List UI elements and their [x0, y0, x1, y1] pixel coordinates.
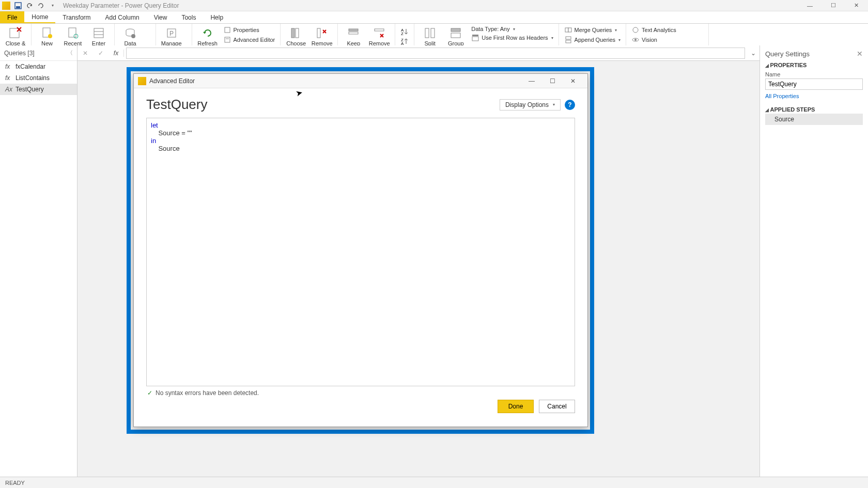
code-keyword-let: let	[151, 121, 158, 129]
sort-asc-button[interactable]: AZ	[398, 27, 411, 36]
fx-commit-icon[interactable]: ✓	[93, 50, 109, 57]
queries-panel: Queries [3] 〈 fx fxCalendar fx ListConta…	[0, 45, 78, 477]
chevron-down-icon: ▾	[553, 102, 555, 107]
help-icon[interactable]: ?	[565, 100, 575, 110]
all-properties-link[interactable]: All Properties	[765, 93, 863, 99]
display-options-button[interactable]: Display Options ▾	[500, 99, 561, 111]
advanced-editor-button[interactable]: Advanced Editor	[221, 35, 277, 44]
svg-rect-28	[425, 28, 429, 38]
dialog-titlebar[interactable]: Advanced Editor — ☐ ✕ ➤	[134, 74, 587, 88]
undo-icon[interactable]	[24, 1, 35, 11]
close-apply-icon	[7, 26, 24, 40]
dialog-close-button[interactable]: ✕	[563, 74, 583, 88]
svg-rect-29	[431, 28, 435, 38]
svg-rect-19	[296, 28, 299, 38]
fx-icon[interactable]: fx	[109, 50, 124, 57]
new-source-icon	[39, 26, 55, 40]
code-line-source-assign: Source = ""	[151, 129, 192, 137]
syntax-status-text: No syntax errors have been detected.	[156, 389, 259, 397]
settings-title: Query Settings	[765, 50, 810, 58]
code-editor[interactable]: let Source = "" in Source	[146, 118, 575, 386]
qat-dropdown-icon[interactable]: ▾	[47, 1, 58, 11]
query-settings-panel: Query Settings ✕ PROPERTIES Name All Pro…	[760, 45, 868, 477]
tab-add-column[interactable]: Add Column	[98, 11, 147, 23]
dialog-minimize-button[interactable]: —	[521, 74, 542, 88]
query-label: ListContains	[16, 74, 50, 82]
status-bar: READY	[0, 477, 868, 488]
collapse-queries-icon[interactable]: 〈	[67, 49, 73, 57]
text-analytics-button[interactable]: Text Analytics	[629, 25, 705, 35]
tab-file[interactable]: File	[0, 11, 24, 23]
editor-canvas: Advanced Editor — ☐ ✕ ➤ TestQuery Displa…	[78, 61, 760, 477]
redo-icon[interactable]	[35, 1, 47, 11]
keep-rows-icon	[345, 26, 362, 40]
choose-columns-icon	[288, 26, 304, 40]
step-source[interactable]: Source	[765, 114, 863, 125]
text-analytics-icon	[631, 26, 640, 34]
queries-header-label: Queries [3]	[4, 50, 35, 57]
formula-input[interactable]	[126, 48, 745, 59]
query-item-listcontains[interactable]: fx ListContains	[0, 72, 77, 84]
svg-rect-7	[94, 28, 103, 38]
properties-section-header[interactable]: PROPERTIES	[765, 62, 863, 68]
merge-icon	[564, 26, 572, 34]
data-type-button[interactable]: Data Type: Any▾	[469, 25, 555, 33]
svg-rect-30	[451, 28, 460, 32]
query-item-fxcalendar[interactable]: fx fxCalendar	[0, 61, 77, 72]
query-label: fxCalendar	[16, 63, 45, 70]
tab-help[interactable]: Help	[203, 11, 230, 23]
remove-columns-icon	[314, 26, 330, 40]
tab-view[interactable]: View	[147, 11, 175, 23]
merge-label: Merge Queries	[575, 27, 612, 33]
window-title: Weekday Parameter - Power Query Editor	[63, 2, 179, 9]
close-window-button[interactable]: ✕	[845, 0, 868, 11]
fx-cancel-icon[interactable]: ✕	[78, 50, 93, 57]
formula-expand-icon[interactable]: ⌄	[747, 50, 760, 57]
append-queries-button[interactable]: Append Queries▾	[562, 35, 623, 44]
vision-icon	[631, 36, 640, 44]
app-icon	[2, 2, 10, 10]
first-row-headers-button[interactable]: Use First Row as Headers▾	[469, 33, 555, 42]
maximize-button[interactable]: ☐	[822, 0, 845, 11]
properties-button[interactable]: Properties	[221, 25, 277, 35]
done-button[interactable]: Done	[498, 400, 534, 413]
vision-button[interactable]: Vision	[629, 35, 705, 44]
split-column-icon	[422, 26, 438, 40]
ribbon-tabs: File Home Transform Add Column View Tool…	[0, 11, 868, 24]
svg-rect-36	[566, 37, 571, 39]
tab-transform[interactable]: Transform	[55, 11, 98, 23]
svg-rect-31	[451, 33, 460, 38]
vision-label: Vision	[642, 37, 657, 43]
svg-rect-35	[568, 28, 571, 32]
tab-home[interactable]: Home	[24, 11, 55, 23]
save-icon[interactable]	[12, 1, 24, 11]
query-icon: Ax	[5, 86, 12, 93]
data-source-settings-icon	[122, 26, 138, 40]
append-icon	[564, 36, 572, 44]
dialog-maximize-button[interactable]: ☐	[542, 74, 563, 88]
remove-rows-icon	[371, 26, 388, 40]
svg-rect-23	[375, 29, 384, 31]
applied-steps-header[interactable]: APPLIED STEPS	[765, 106, 863, 113]
name-label: Name	[765, 71, 863, 77]
svg-point-42	[634, 39, 637, 41]
svg-rect-33	[472, 37, 478, 41]
tab-tools[interactable]: Tools	[174, 11, 203, 23]
svg-rect-34	[565, 28, 568, 32]
recent-sources-icon	[65, 26, 81, 40]
function-icon: fx	[5, 74, 12, 82]
first-row-label: Use First Row as Headers	[482, 35, 548, 41]
svg-rect-5	[69, 28, 76, 37]
settings-close-icon[interactable]: ✕	[857, 50, 863, 58]
minimize-button[interactable]: —	[798, 0, 822, 11]
cancel-button[interactable]: Cancel	[539, 400, 575, 413]
sort-desc-button[interactable]: ZA	[398, 37, 411, 46]
name-input[interactable]	[765, 78, 863, 90]
manage-parameters-icon: P	[163, 26, 180, 40]
query-label: TestQuery	[16, 86, 44, 93]
status-ready: READY	[5, 480, 25, 486]
group-by-icon	[447, 26, 464, 40]
query-item-testquery[interactable]: Ax TestQuery	[0, 84, 77, 95]
merge-queries-button[interactable]: Merge Queries▾	[562, 25, 623, 35]
dialog-app-icon	[138, 77, 146, 85]
